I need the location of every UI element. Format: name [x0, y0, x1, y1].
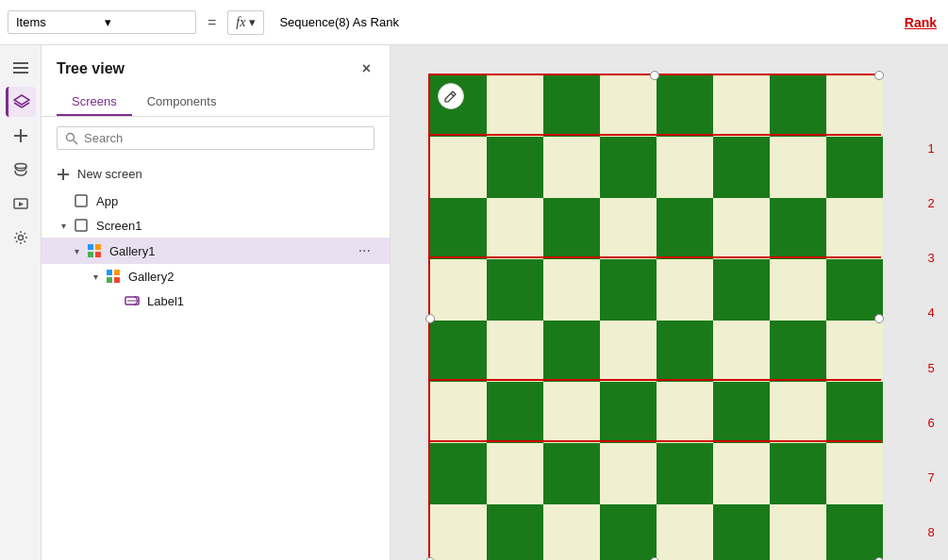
add-button[interactable]: [6, 121, 36, 151]
cell-5-0: [430, 382, 487, 443]
cell-3-0: [430, 259, 487, 321]
cell-2-7: [826, 198, 883, 259]
icon-bar: [0, 45, 42, 560]
items-dropdown[interactable]: Items ▾: [8, 10, 196, 34]
cell-7-2: [543, 504, 600, 560]
tree-item-gallery2[interactable]: ▾ Gallery2: [42, 264, 390, 288]
main-area: Tree view × Screens Components New scree: [0, 45, 948, 560]
row-border-2: [428, 134, 881, 136]
layers-button[interactable]: [6, 87, 36, 117]
cell-6-0: [430, 443, 487, 504]
cell-1-0: [430, 137, 487, 198]
tree-item-screen1[interactable]: ▾ Screen1: [42, 213, 390, 238]
plus-icon: [13, 128, 28, 143]
cell-0-2: [543, 75, 600, 137]
tree-item-label1[interactable]: Label1: [42, 288, 390, 313]
cell-4-0: [430, 321, 487, 382]
toolbar: Items ▾ = fx ▾ Sequence(8) As Rank Rank: [0, 0, 948, 45]
svg-rect-1: [13, 67, 28, 69]
cell-0-6: [770, 75, 826, 137]
items-dropdown-label: Items: [16, 15, 99, 29]
search-box: [57, 126, 374, 150]
rank-number-1: 1: [914, 121, 948, 175]
cell-7-5: [713, 504, 770, 560]
svg-rect-22: [107, 270, 112, 275]
tree-tabs: Screens Components: [42, 89, 390, 117]
svg-point-11: [18, 236, 23, 240]
cell-4-6: [770, 321, 826, 382]
screen1-chevron-icon: ▾: [57, 221, 70, 231]
cell-7-4: [657, 504, 713, 560]
cell-3-6: [770, 259, 826, 321]
tab-screens[interactable]: Screens: [57, 89, 132, 116]
cell-3-2: [543, 259, 600, 321]
cell-2-3: [600, 198, 657, 259]
gear-icon: [13, 230, 28, 245]
svg-rect-23: [114, 270, 120, 275]
tree-item-gallery1[interactable]: ▾ Gallery1 ···: [42, 238, 390, 264]
cell-3-1: [487, 259, 543, 321]
cell-2-1: [487, 198, 543, 259]
checkerboard-wrapper: [428, 74, 881, 560]
cell-4-1: [487, 321, 543, 382]
cell-1-2: [543, 137, 600, 198]
checkerboard-grid: [430, 75, 883, 560]
outer-gallery-border: [428, 74, 881, 560]
svg-rect-18: [88, 244, 93, 250]
media-button[interactable]: [6, 189, 36, 219]
cell-4-7: [826, 321, 883, 382]
formula-bar[interactable]: Sequence(8) As Rank: [272, 15, 896, 29]
handle-mid-left[interactable]: [425, 314, 435, 323]
tab-components[interactable]: Components: [132, 89, 232, 116]
cell-1-7: [826, 137, 883, 198]
cell-0-7: [826, 75, 883, 137]
cell-0-1: [487, 75, 543, 137]
handle-mid-right[interactable]: [874, 314, 884, 323]
database-icon: [13, 162, 28, 177]
cell-5-2: [543, 382, 600, 443]
svg-rect-25: [114, 277, 120, 283]
cell-5-5: [713, 382, 770, 443]
svg-rect-16: [75, 195, 87, 206]
fx-button[interactable]: fx ▾: [227, 10, 264, 35]
hamburger-menu-button[interactable]: [6, 53, 36, 83]
search-input[interactable]: [84, 131, 366, 145]
tree-header: Tree view ×: [42, 45, 390, 89]
label1-icon: [125, 293, 140, 308]
svg-point-12: [67, 133, 75, 140]
app-icon: [74, 193, 89, 208]
cell-6-1: [487, 443, 543, 504]
rank-number-2: 2: [914, 175, 948, 230]
cell-2-0: [430, 198, 487, 259]
screen1-label: Screen1: [96, 219, 374, 233]
handle-top-right[interactable]: [874, 71, 884, 80]
gallery1-label: Gallery1: [109, 244, 351, 258]
svg-rect-17: [75, 220, 87, 231]
settings-button[interactable]: [6, 222, 36, 253]
new-screen-button[interactable]: New screen: [42, 159, 390, 189]
gallery1-more-button[interactable]: ···: [355, 242, 374, 259]
edit-icon-button[interactable]: [438, 83, 464, 109]
handle-top-center[interactable]: [650, 71, 659, 80]
rank-column: 12345678: [914, 45, 948, 560]
cell-6-2: [543, 443, 600, 504]
tree-close-button[interactable]: ×: [358, 57, 374, 81]
cell-7-7: [826, 504, 883, 560]
cell-4-5: [713, 321, 770, 382]
cell-1-3: [600, 137, 657, 198]
add-screen-icon: [57, 168, 70, 181]
svg-marker-3: [14, 95, 29, 105]
svg-rect-7: [14, 135, 27, 137]
screen-icon: [74, 218, 89, 233]
search-icon: [65, 132, 78, 145]
svg-rect-15: [58, 173, 69, 175]
svg-rect-24: [107, 277, 112, 283]
svg-line-28: [451, 93, 454, 96]
data-button[interactable]: [6, 155, 36, 185]
fx-icon: fx: [236, 15, 245, 30]
rank-top-label: Rank: [905, 15, 940, 30]
cell-7-3: [600, 504, 657, 560]
tree-item-app[interactable]: App: [42, 189, 390, 213]
cell-5-7: [826, 382, 883, 443]
tree-title: Tree view: [57, 60, 358, 77]
